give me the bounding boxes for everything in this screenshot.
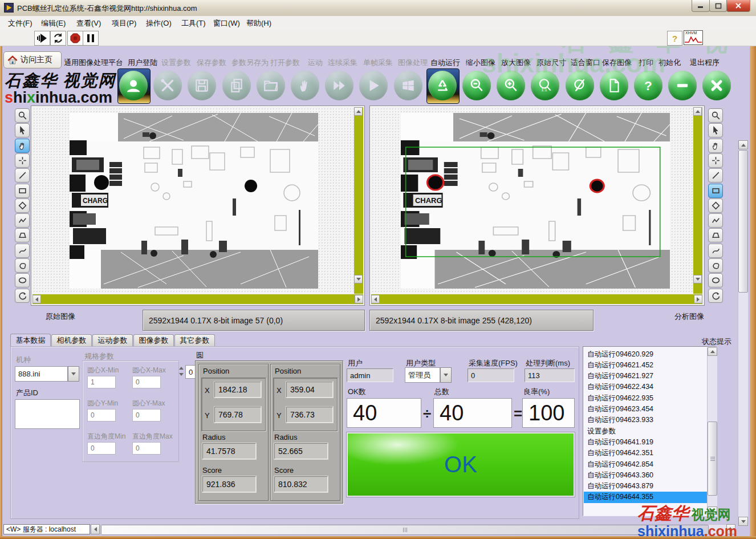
menu-item-6[interactable]: 窗口(W) (213, 18, 240, 29)
stop-button[interactable] (67, 31, 83, 46)
log-entry-4[interactable]: 自动运行094622.935 (584, 392, 707, 404)
log-entry-13[interactable]: 自动运行094644.355 (584, 492, 707, 503)
scroll-left-button[interactable] (32, 295, 41, 303)
log-entry-3[interactable]: 自动运行094622.434 (584, 382, 707, 393)
oval-tool-button[interactable] (708, 273, 723, 287)
quick-action-14[interactable]: 适合窗口 (571, 58, 600, 68)
zoom-in-toolbar-button[interactable] (497, 71, 525, 100)
polygon-tool-button[interactable] (708, 228, 723, 242)
freehand-region-tool-button[interactable] (15, 258, 30, 273)
freehand-line-tool-button[interactable] (15, 244, 30, 258)
polyline-tool-button[interactable] (708, 213, 723, 228)
line-tool-button[interactable] (708, 168, 723, 183)
log-vscrollbar[interactable] (707, 347, 717, 515)
panel-vscrollbar[interactable] (738, 140, 748, 526)
menu-item-0[interactable]: 文件(F) (8, 18, 32, 29)
cursor-tool-button[interactable] (15, 123, 30, 137)
panel-vscroll-thumb[interactable] (738, 150, 748, 293)
menu-item-4[interactable]: 操作(O) (146, 18, 172, 29)
spec-field-input-4[interactable]: 0 (87, 442, 116, 455)
panel-scroll-up-button[interactable] (738, 140, 748, 149)
menu-item-1[interactable]: 编辑(E) (41, 18, 66, 29)
spec-field-input-5[interactable]: 0 (132, 442, 161, 455)
scroll-down-button[interactable] (693, 275, 702, 283)
annulus-tool-button[interactable] (708, 289, 723, 303)
viewer-hscrollbar[interactable] (371, 294, 702, 304)
scroll-right-button[interactable] (694, 295, 702, 303)
log-entry-8[interactable]: 自动运行094641.919 (584, 436, 707, 448)
menu-item-5[interactable]: 工具(T) (181, 18, 206, 29)
close-window-button[interactable] (726, 0, 750, 12)
freehand-region-tool-button[interactable] (708, 258, 723, 273)
rectangle-tool-button[interactable] (708, 184, 723, 198)
zoom-out-toolbar-button[interactable] (462, 71, 491, 100)
log-entry-6[interactable]: 自动运行094623.933 (584, 415, 707, 426)
menu-item-7[interactable]: 帮助(H) (246, 18, 271, 29)
lv-help-button[interactable]: ? (667, 31, 682, 46)
oval-tool-button[interactable] (15, 273, 30, 287)
zoom-tool-button[interactable] (708, 108, 723, 123)
viewer-hscrollbar[interactable] (32, 294, 363, 304)
annulus-tool-button[interactable] (15, 289, 30, 303)
quick-action-13[interactable]: 原始尺寸 (536, 58, 566, 68)
home-page-button[interactable]: 访问主页 (3, 51, 62, 68)
tab-3[interactable]: 图像参数 (133, 334, 174, 346)
line-tool-button[interactable] (15, 168, 30, 183)
menu-item-2[interactable]: 查看(V) (76, 18, 101, 29)
quick-action-12[interactable]: 放大图像 (501, 58, 531, 68)
pause-button[interactable] (83, 31, 99, 46)
quick-action-15[interactable]: 保存图像 (602, 58, 632, 68)
machine-select-dropdown-icon[interactable] (68, 366, 79, 382)
circle-index-spinner[interactable] (179, 365, 185, 379)
minimize-window-button[interactable] (692, 0, 710, 12)
menu-item-3[interactable]: 项目(P) (112, 18, 136, 29)
spec-field-input-0[interactable]: 1 (87, 376, 116, 388)
pan-hand-tool-button[interactable] (708, 139, 723, 153)
scroll-right-button[interactable] (355, 295, 363, 303)
zoom-tool-button[interactable] (15, 108, 30, 123)
spec-field-input-2[interactable]: 0 (87, 409, 116, 422)
log-entry-0[interactable]: 自动运行094620.929 (584, 348, 707, 360)
quick-action-17[interactable]: 初始化 (659, 58, 681, 68)
panel-scroll-left-button[interactable] (91, 524, 100, 534)
user-type-select-value[interactable]: 管理员 (405, 367, 440, 383)
panel-scroll-down-button[interactable] (738, 517, 748, 526)
close-toolbar-button[interactable] (702, 71, 731, 100)
spec-field-input-1[interactable]: 0 (132, 376, 161, 388)
image-viewer-original[interactable]: CHARG (31, 106, 365, 306)
log-scroll-up-button[interactable] (708, 347, 717, 356)
product-id-input[interactable] (15, 399, 80, 429)
run-button[interactable] (34, 31, 50, 46)
rotated-rect-tool-button[interactable] (708, 198, 723, 213)
log-scroll-down-button[interactable] (708, 506, 717, 515)
panel-scroll-right-button[interactable] (726, 524, 735, 534)
rotated-rect-tool-button[interactable] (15, 198, 30, 213)
log-entry-9[interactable]: 自动运行094642.351 (584, 448, 707, 459)
spec-field-input-3[interactable]: 0 (132, 409, 161, 422)
crosshair-tool-button[interactable] (708, 153, 723, 168)
crosshair-tool-button[interactable] (15, 153, 30, 168)
recycle-toolbar-button[interactable] (428, 71, 457, 100)
image-canvas-analysis[interactable]: CHARG (371, 107, 693, 294)
image-viewer-analysis[interactable]: CHARG (369, 106, 705, 306)
log-entry-5[interactable]: 自动运行094623.454 (584, 404, 707, 415)
scroll-left-button[interactable] (371, 295, 380, 303)
zoom-fit-toolbar-button[interactable] (566, 71, 594, 100)
viewer-vscrollbar[interactable] (693, 107, 702, 294)
scroll-down-button[interactable] (354, 275, 363, 283)
quick-action-10[interactable]: 自动运行 (430, 58, 460, 68)
tab-4[interactable]: 其它参数 (174, 334, 215, 346)
restore-window-button[interactable] (709, 0, 727, 12)
cursor-tool-button[interactable] (708, 123, 723, 137)
freehand-line-tool-button[interactable] (708, 244, 723, 258)
log-entry-7[interactable]: 设置参数 (584, 425, 707, 437)
minimize-toolbar-button[interactable] (668, 71, 697, 100)
panel-hscroll-thumb[interactable] (101, 525, 709, 535)
user-toolbar-button[interactable] (119, 71, 148, 100)
polygon-tool-button[interactable] (15, 228, 30, 242)
help-toolbar-button[interactable]: ? (634, 71, 662, 100)
run-continuous-button[interactable] (50, 31, 66, 46)
scroll-up-button[interactable] (354, 107, 363, 116)
status-log-list[interactable]: 自动运行094620.929自动运行094621.452自动运行094621.9… (583, 346, 717, 516)
quick-action-11[interactable]: 缩小图像 (466, 58, 495, 68)
